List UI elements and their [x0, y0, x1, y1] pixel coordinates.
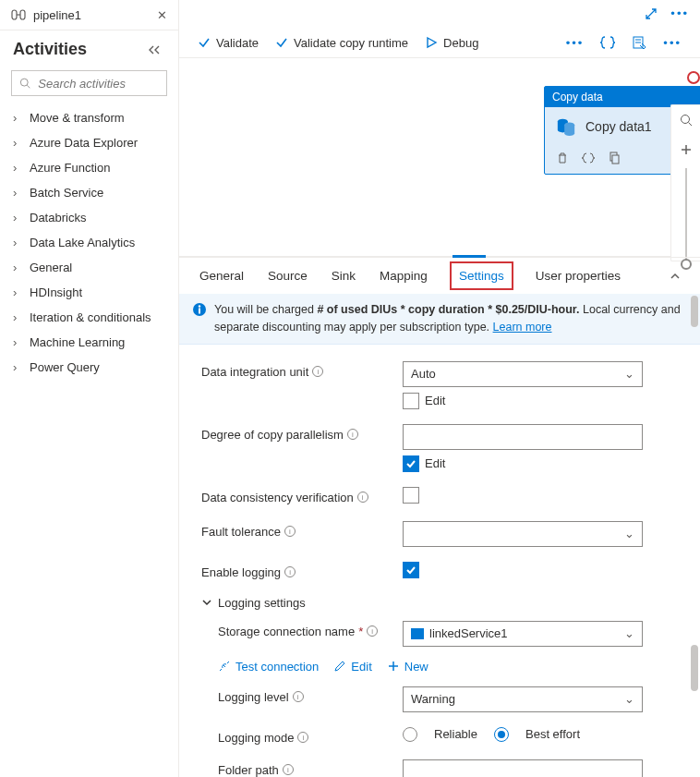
- chevron-right-icon: ›: [13, 236, 22, 249]
- chevron-right-icon: ›: [13, 111, 22, 125]
- main-panel: ••• Validate Validate copy runtime Debug…: [179, 0, 700, 777]
- chevron-right-icon: ›: [13, 310, 22, 324]
- copy-icon[interactable]: [608, 152, 621, 164]
- consistency-label: Data consistency verificationi: [201, 487, 395, 504]
- validate-button[interactable]: Validate: [198, 36, 259, 50]
- properties-icon[interactable]: [632, 35, 646, 50]
- activity-category[interactable]: ›Batch Service: [0, 180, 178, 205]
- enable-logging-label: Enable loggingi: [201, 562, 395, 579]
- svg-rect-1: [20, 10, 25, 19]
- info-icon[interactable]: i: [312, 366, 323, 377]
- activity-category[interactable]: ›Azure Data Explorer: [0, 130, 178, 155]
- tab-user-properties[interactable]: User properties: [534, 260, 622, 292]
- fault-tolerance-select[interactable]: ⌄: [403, 521, 643, 547]
- toolbar-more-icon[interactable]: •••: [566, 36, 585, 50]
- info-icon: [192, 302, 207, 317]
- enable-logging-checkbox[interactable]: [403, 562, 419, 578]
- code-braces-icon[interactable]: [582, 152, 595, 164]
- storage-connection-select[interactable]: linkedService1 ⌄: [403, 621, 643, 647]
- vertical-scrollbar[interactable]: [691, 294, 698, 777]
- more-icon[interactable]: •••: [670, 6, 689, 20]
- parallelism-input[interactable]: [403, 424, 643, 450]
- edit-connection-button[interactable]: Edit: [333, 660, 371, 674]
- activity-category[interactable]: ›Power Query: [0, 355, 178, 380]
- info-icon[interactable]: i: [284, 526, 296, 537]
- activity-category[interactable]: ›Move & transform: [0, 105, 178, 130]
- close-tab-icon[interactable]: ✕: [157, 8, 167, 22]
- chevron-right-icon: ›: [13, 136, 22, 150]
- consistency-checkbox[interactable]: [403, 487, 419, 504]
- activities-sidebar: pipeline1 ✕ Activities ›Move & transform…: [0, 0, 179, 777]
- pipeline-tab-title: pipeline1: [33, 8, 81, 22]
- search-icon: [19, 77, 30, 90]
- activities-search[interactable]: [11, 70, 167, 96]
- learn-more-link[interactable]: Learn more: [493, 321, 552, 334]
- toolbar-overflow-icon[interactable]: •••: [663, 36, 682, 50]
- zoom-slider[interactable]: [685, 168, 687, 261]
- collapse-panel-icon[interactable]: [149, 43, 165, 56]
- activity-category[interactable]: ›HDInsight: [0, 280, 178, 305]
- code-braces-icon[interactable]: [600, 35, 615, 50]
- info-icon[interactable]: i: [283, 764, 294, 775]
- activity-category[interactable]: ›Machine Learning: [0, 330, 178, 355]
- diu-select[interactable]: Auto ⌄: [403, 361, 643, 387]
- canvas-search-icon[interactable]: [671, 105, 701, 135]
- pipeline-tab[interactable]: pipeline1 ✕: [0, 0, 178, 30]
- logging-level-label: Logging leveli: [201, 686, 395, 704]
- delete-icon[interactable]: [556, 152, 569, 164]
- logging-level-select[interactable]: Warning ⌄: [403, 686, 643, 712]
- pipeline-toolbar: Validate Validate copy runtime Debug •••…: [179, 28, 700, 58]
- search-input[interactable]: [36, 76, 159, 91]
- diu-edit-checkbox[interactable]: [403, 393, 419, 409]
- zoom-in-icon[interactable]: [671, 135, 701, 164]
- svg-line-4: [27, 85, 30, 88]
- parallelism-edit-checkbox[interactable]: [403, 455, 419, 472]
- parallelism-label: Degree of copy parallelismi: [201, 424, 395, 442]
- pipeline-canvas[interactable]: Copy data Copy data1: [179, 58, 700, 257]
- activities-header: Activities: [0, 30, 178, 65]
- activities-list: ›Move & transform ›Azure Data Explorer ›…: [0, 102, 178, 383]
- validation-indicator-icon: [687, 71, 700, 84]
- window-controls: •••: [179, 0, 700, 28]
- activity-category[interactable]: ›General: [0, 255, 178, 280]
- folder-path-input[interactable]: [403, 759, 643, 778]
- svg-point-3: [20, 79, 28, 86]
- svg-point-18: [199, 305, 200, 307]
- logging-settings-toggle[interactable]: Logging settings: [201, 587, 678, 613]
- tab-mapping[interactable]: Mapping: [378, 260, 429, 292]
- debug-button[interactable]: Debug: [425, 36, 478, 50]
- tab-sink[interactable]: Sink: [330, 260, 357, 292]
- info-icon[interactable]: i: [357, 492, 368, 503]
- chevron-down-icon: ⌄: [624, 626, 634, 640]
- expand-icon[interactable]: [645, 7, 658, 20]
- azure-service-icon: [411, 628, 424, 639]
- new-connection-button[interactable]: New: [387, 660, 428, 674]
- info-icon[interactable]: i: [347, 429, 358, 440]
- node-title: Copy data1: [585, 119, 652, 134]
- info-icon[interactable]: i: [367, 625, 378, 637]
- tab-source[interactable]: Source: [266, 260, 309, 292]
- fault-tolerance-label: Fault tolerancei: [201, 521, 395, 539]
- info-icon[interactable]: i: [293, 691, 304, 702]
- activity-category[interactable]: ›Databricks: [0, 205, 178, 230]
- test-connection-button[interactable]: Test connection: [218, 660, 319, 674]
- activity-settings-tabs: General Source Sink Mapping Settings Use…: [179, 257, 700, 294]
- logging-mode-reliable-radio[interactable]: [403, 727, 417, 742]
- info-icon[interactable]: i: [284, 566, 296, 577]
- collapse-section-icon[interactable]: [669, 270, 682, 283]
- play-icon: [425, 36, 438, 49]
- pipeline-icon: [11, 7, 26, 22]
- connection-icon: [218, 660, 231, 673]
- validate-copy-runtime-button[interactable]: Validate copy runtime: [275, 36, 408, 50]
- activity-category[interactable]: ›Iteration & conditionals: [0, 305, 178, 330]
- activity-category[interactable]: ›Azure Function: [0, 155, 178, 180]
- svg-point-13: [681, 115, 689, 124]
- database-icon: [556, 116, 576, 137]
- activity-category[interactable]: ›Data Lake Analytics: [0, 230, 178, 255]
- chevron-right-icon: ›: [13, 186, 22, 200]
- tab-settings[interactable]: Settings: [450, 261, 513, 290]
- info-icon[interactable]: i: [297, 732, 308, 743]
- tab-general[interactable]: General: [198, 260, 246, 292]
- logging-mode-best-effort-radio[interactable]: [494, 727, 509, 742]
- settings-form: Data integration uniti Auto ⌄ Edit Degre: [179, 345, 700, 778]
